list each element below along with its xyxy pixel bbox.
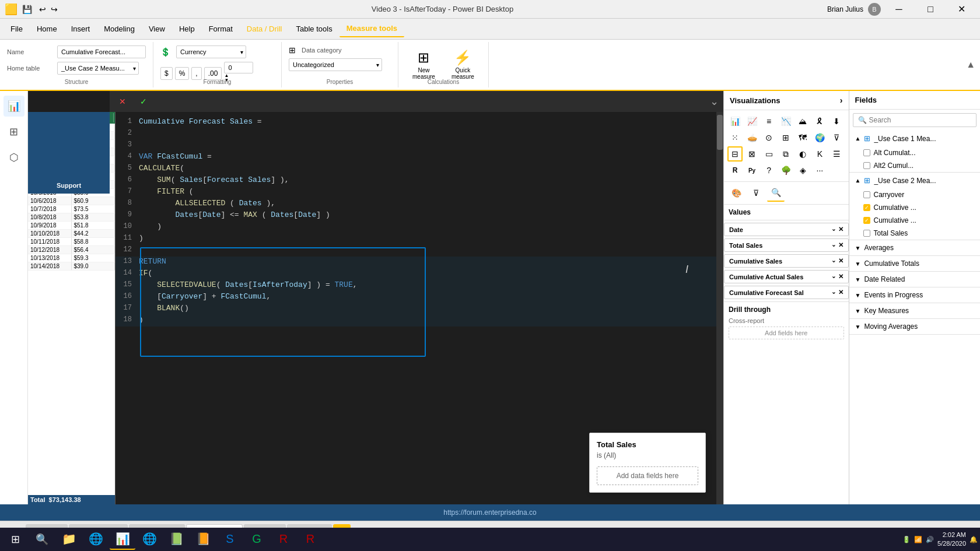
menu-view[interactable]: View — [142, 21, 172, 37]
viz-multi-card-icon[interactable]: ⧉ — [778, 146, 793, 162]
menu-help[interactable]: Help — [172, 21, 202, 37]
comma-button[interactable]: , — [191, 67, 201, 80]
visualizations-expand-icon[interactable]: › — [840, 96, 843, 105]
window-controls-save[interactable]: 💾 — [22, 5, 32, 14]
taskbar-app-red-1[interactable]: R — [271, 529, 296, 550]
percent-button[interactable]: % — [175, 67, 190, 80]
ribbon-name-input[interactable] — [57, 45, 146, 58]
fields-search-input[interactable] — [869, 116, 971, 124]
field-well-date-collapse[interactable]: ⌄ — [831, 226, 836, 233]
undo-icon[interactable]: ↩ — [39, 5, 46, 14]
editor-expand-button[interactable]: ⌄ — [710, 95, 719, 108]
sidebar-data-icon[interactable]: ⊞ — [4, 121, 24, 142]
viz-ribbon-chart-icon[interactable]: 🎗 — [812, 114, 827, 129]
viz-card-icon[interactable]: ▭ — [761, 146, 776, 162]
viz-analytics-icon[interactable]: 🔍 — [767, 184, 785, 202]
viz-py-icon[interactable]: Py — [744, 163, 760, 178]
field-well-date-remove[interactable]: ✕ — [838, 226, 844, 233]
close-button[interactable]: ✕ — [949, 0, 975, 19]
ribbon-data-category-dropdown[interactable]: Uncategorized — [289, 58, 382, 71]
editor-cancel-button[interactable]: ✕ — [114, 93, 131, 110]
field-item-cumulative-2[interactable]: ✓ Cumulative ... — [849, 214, 980, 227]
dax-code-editor[interactable]: 1 Cumulative Forecast Sales = 2 3 4 VAR … — [116, 112, 723, 483]
taskbar-sway[interactable]: S — [217, 529, 243, 550]
viz-gauge-icon[interactable]: ◐ — [795, 146, 810, 162]
alt-cumul-checkbox[interactable] — [863, 149, 870, 156]
viz-filter-icon[interactable]: ⊽ — [747, 184, 765, 202]
viz-qa-icon[interactable]: ? — [761, 163, 776, 178]
taskbar-chrome[interactable]: 🌐 — [136, 529, 162, 550]
minimize-button[interactable]: ─ — [886, 0, 912, 19]
viz-kpi-icon[interactable]: K — [812, 146, 827, 162]
viz-treemap-icon[interactable]: ⊞ — [778, 130, 793, 145]
carryover-checkbox[interactable] — [863, 191, 870, 198]
field-well-cumsales-remove[interactable]: ✕ — [838, 257, 844, 265]
field-group-averages-header[interactable]: ▼ Averages — [849, 240, 980, 255]
support-widget[interactable]: Support — [28, 112, 110, 194]
fields-search-box[interactable]: 🔍 — [853, 113, 977, 127]
viz-map-icon[interactable]: 🗺 — [795, 130, 810, 145]
tooltip-add-fields[interactable]: Add data fields here — [597, 466, 698, 485]
drill-add-fields[interactable]: Add fields here — [729, 327, 844, 339]
field-group-cumulative-totals-header[interactable]: ▼ Cumulative Totals — [849, 256, 980, 271]
field-item-total-sales[interactable]: Total Sales — [849, 227, 980, 240]
cumulative-1-checkbox[interactable]: ✓ — [863, 204, 870, 211]
viz-r-icon[interactable]: R — [727, 163, 743, 178]
field-item-alt2-cumul[interactable]: Alt2 Cumul... — [849, 159, 980, 172]
decimal-places-input[interactable] — [224, 62, 253, 73]
viz-format-icon[interactable]: 🎨 — [727, 184, 745, 202]
field-well-total-sales-header[interactable]: Total Sales ⌄ ✕ — [724, 239, 848, 251]
viz-donut-chart-icon[interactable]: ⊙ — [761, 130, 776, 145]
editor-confirm-button[interactable]: ✓ — [135, 93, 152, 110]
total-sales-field-checkbox[interactable] — [863, 230, 870, 237]
menu-insert[interactable]: Insert — [64, 21, 97, 37]
sidebar-model-icon[interactable]: ⬡ — [4, 147, 24, 168]
editor-scrollbar[interactable] — [716, 112, 723, 504]
menu-table-tools[interactable]: Table tools — [289, 21, 339, 37]
viz-filled-map-icon[interactable]: 🌍 — [812, 130, 827, 145]
field-group-moving-averages-header[interactable]: ▼ Moving Averages — [849, 319, 980, 334]
dollar-button[interactable]: $ — [160, 67, 173, 80]
decimal-button[interactable]: .00 — [204, 67, 222, 80]
field-well-cum-actual-header[interactable]: Cumulative Actual Sales ⌄ ✕ — [724, 271, 848, 283]
ribbon-home-table-dropdown[interactable]: _Use Case 2 Measu... — [57, 62, 139, 75]
taskbar-app-green[interactable]: G — [244, 529, 270, 550]
taskbar-search-button[interactable]: 🔍 — [29, 529, 55, 550]
viz-column-chart-icon[interactable]: 📈 — [744, 114, 760, 129]
viz-decomp-icon[interactable]: 🌳 — [778, 163, 793, 178]
field-item-alt-cumul[interactable]: Alt Cumulat... — [849, 146, 980, 159]
viz-funnel-icon[interactable]: ⊽ — [829, 130, 844, 145]
menu-modeling[interactable]: Modeling — [97, 21, 142, 37]
viz-stacked-bar-icon[interactable]: ≡ — [761, 114, 776, 129]
field-well-sales-remove[interactable]: ✕ — [838, 241, 844, 249]
viz-line-chart-icon[interactable]: 📉 — [778, 114, 793, 129]
viz-slicer-icon[interactable]: ☰ — [829, 146, 844, 162]
field-well-cum-forecast-header[interactable]: Cumulative Forecast Sal ⌄ ✕ — [724, 286, 848, 299]
field-group-use-case-2-header[interactable]: ▲ ⊞ _Use Case 2 Mea... — [849, 173, 980, 188]
viz-bar-chart-icon[interactable]: 📊 — [727, 114, 743, 129]
notification-icon[interactable]: 🔔 — [970, 536, 978, 543]
menu-home[interactable]: Home — [30, 21, 64, 37]
taskbar-powerbi[interactable]: 📊 — [110, 529, 135, 550]
viz-area-chart-icon[interactable]: ⛰ — [795, 114, 810, 129]
field-well-cumulative-sales-header[interactable]: Cumulative Sales ⌄ ✕ — [724, 255, 848, 267]
taskbar-excel[interactable]: 📗 — [163, 529, 189, 550]
menu-data-drill[interactable]: Data / Drill — [240, 21, 289, 37]
menu-format[interactable]: Format — [202, 21, 240, 37]
scrollbar-thumb[interactable] — [717, 115, 723, 150]
cumulative-2-checkbox[interactable]: ✓ — [863, 217, 870, 224]
field-well-cumforecast-remove[interactable]: ✕ — [838, 289, 844, 296]
viz-smart-icon[interactable]: ◈ — [795, 163, 810, 178]
taskbar-start-button[interactable]: ⊞ — [2, 529, 28, 550]
taskbar-file-explorer[interactable]: 📁 — [56, 529, 82, 550]
taskbar-powerpoint[interactable]: 📙 — [190, 529, 216, 550]
viz-table-icon[interactable]: ⊟ — [727, 146, 743, 162]
field-group-date-related-header[interactable]: ▼ Date Related — [849, 272, 980, 287]
maximize-button[interactable]: □ — [917, 0, 944, 19]
field-item-cumulative-1[interactable]: ✓ Cumulative ... — [849, 201, 980, 214]
field-group-events-header[interactable]: ▼ Events in Progress — [849, 287, 980, 303]
taskbar-edge[interactable]: 🌐 — [83, 529, 108, 550]
menu-measure-tools[interactable]: Measure tools — [340, 20, 404, 37]
redo-icon[interactable]: ↪ — [51, 5, 58, 14]
viz-scatter-icon[interactable]: ⁙ — [727, 130, 743, 145]
